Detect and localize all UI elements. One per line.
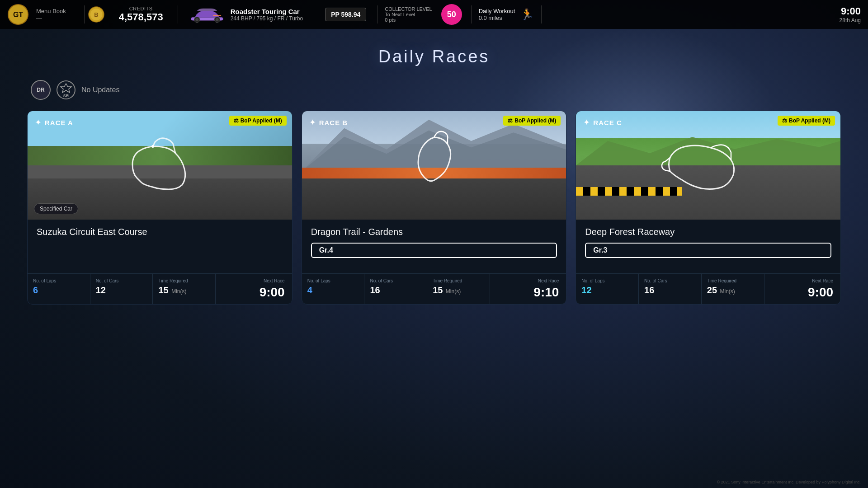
time-date: 28th Aug — [840, 17, 861, 23]
collector-pts: 0 pts — [385, 17, 432, 23]
stat-laps-a: No. of Laps 6 — [28, 274, 90, 304]
next-value-b: 9:10 — [497, 285, 559, 300]
pp-value: 598.94 — [341, 11, 360, 18]
race-image-a: ✦ RACE A ⚖ BoP Applied (M) Specified Car — [28, 111, 292, 220]
race-label-b: ✦ RACE B — [309, 117, 348, 127]
race-card-c[interactable]: ✦ RACE C ⚖ BoP Applied (M) Deep — [576, 111, 841, 305]
laps-label-a: No. of Laps — [33, 278, 85, 283]
coin-icon: B — [88, 6, 104, 23]
cars-label-c: No. of Cars — [644, 278, 696, 283]
dr-badge: DR — [31, 80, 51, 100]
time-label-b: Time Required — [433, 278, 484, 283]
time-value-b: 15 — [433, 285, 443, 295]
menu-book-label: Menu Book — [36, 8, 66, 14]
svg-point-9 — [195, 18, 198, 21]
cars-label-b: No. of Cars — [370, 278, 421, 283]
time-section: 9:00 28th Aug — [840, 5, 861, 23]
car-class-spacer-a — [37, 243, 283, 266]
race-label-text-b: RACE B — [319, 119, 348, 127]
laps-value-b: 4 — [307, 285, 359, 296]
laps-label-b: No. of Laps — [307, 278, 359, 283]
time-label-c: Time Required — [707, 278, 759, 283]
svg-point-15 — [151, 145, 154, 148]
bop-badge-b: ⚖ BoP Applied (M) — [503, 116, 561, 126]
stat-laps-b: No. of Laps 4 — [302, 274, 365, 304]
collector-section: Collector Level To Next Level 0 pts — [385, 6, 432, 23]
footer-copyright: © 2021 Sony Interactive Entertainment In… — [717, 480, 861, 484]
sr-icon: SR — [56, 80, 76, 100]
next-value-a: 9:00 — [223, 285, 284, 300]
next-label-b: Next Race — [497, 278, 559, 283]
collector-level-badge: 50 — [441, 4, 462, 25]
workout-label: Daily Workout — [479, 8, 515, 14]
pp-label: PP — [331, 11, 341, 18]
track-outline-c — [652, 135, 765, 196]
next-value-c: 9:00 — [772, 285, 833, 300]
menu-book-sub: — — [36, 14, 66, 21]
stat-time-a: Time Required 15 Min(s) — [153, 274, 216, 304]
divider-6 — [541, 5, 542, 23]
race-label-a: ✦ RACE A — [35, 117, 73, 127]
time-unit-c: Min(s) — [720, 288, 735, 295]
track-name-a: Suzuka Circuit East Course — [37, 227, 283, 237]
track-name-c: Deep Forest Raceway — [585, 227, 831, 237]
stat-next-c: Next Race 9:00 — [764, 274, 840, 304]
svg-text:GT: GT — [13, 11, 23, 19]
time-value-row-b: 15 Min(s) — [433, 285, 484, 296]
time-value: 9:00 — [841, 5, 861, 17]
divider-2 — [178, 5, 178, 23]
svg-point-11 — [215, 18, 218, 21]
car-specs: 244 BHP / 795 kg / FR / Turbo — [231, 15, 303, 22]
top-bar: GT Menu Book — B Credits 4,578,573 — [0, 0, 868, 29]
workout-section: Daily Workout 0.0 miles 🏃 — [479, 8, 534, 21]
credits-value: 4,578,573 — [119, 11, 163, 23]
time-label-a: Time Required — [158, 278, 210, 283]
sr-badge-container: SR — [56, 80, 76, 100]
race-info-b: Dragon Trail - Gardens Gr.4 — [302, 220, 566, 266]
bop-text-b: BoP Applied (M) — [514, 117, 556, 124]
race-label-text-a: RACE A — [45, 119, 73, 127]
credits-label: Credits — [129, 6, 153, 11]
track-outline-b — [393, 128, 475, 202]
races-grid: ✦ RACE A ⚖ BoP Applied (M) Specified Car — [27, 111, 841, 305]
track-name-b: Dragon Trail - Gardens — [311, 227, 557, 237]
collector-label: Collector Level — [385, 6, 432, 12]
stat-cars-c: No. of Cars 16 — [639, 274, 702, 304]
next-label-a: Next Race — [223, 278, 284, 283]
collector-level-value: 50 — [447, 10, 456, 19]
race-image-b: ✦ RACE B ⚖ BoP Applied (M) — [302, 111, 566, 220]
main-content: Daily Races DR SR No Updates — [0, 29, 868, 305]
stat-cars-b: No. of Cars 16 — [364, 274, 427, 304]
divider-4 — [377, 5, 377, 23]
stat-next-b: Next Race 9:10 — [490, 274, 566, 304]
cars-label-a: No. of Cars — [96, 278, 147, 283]
cars-value-a: 12 — [96, 285, 147, 296]
specified-car-badge-a: Specified Car — [34, 203, 78, 214]
race-stats-a: No. of Laps 6 No. of Cars 12 Time Requir… — [28, 273, 292, 304]
race-card-b[interactable]: ✦ RACE B ⚖ BoP Applied (M) Dragon Trail … — [302, 111, 567, 305]
bop-badge-a: ⚖ BoP Applied (M) — [229, 116, 287, 126]
page-title: Daily Races — [27, 47, 841, 66]
collector-next: To Next Level — [385, 12, 432, 17]
stat-time-c: Time Required 25 Min(s) — [702, 274, 764, 304]
time-unit-a: Min(s) — [171, 288, 186, 295]
bop-text-c: BoP Applied (M) — [789, 117, 830, 124]
laps-value-c: 12 — [581, 285, 633, 296]
bop-badge-c: ⚖ BoP Applied (M) — [778, 116, 835, 126]
svg-text:B: B — [94, 11, 98, 18]
cars-value-b: 16 — [370, 285, 421, 296]
stat-cars-a: No. of Cars 12 — [90, 274, 153, 304]
rating-bar: DR SR No Updates — [27, 80, 841, 100]
divider-5 — [471, 5, 472, 23]
credits-section: B Credits 4,578,573 — [88, 6, 174, 23]
time-unit-b: Min(s) — [446, 288, 461, 295]
time-value-row-c: 25 Min(s) — [707, 285, 759, 296]
race-card-a[interactable]: ✦ RACE A ⚖ BoP Applied (M) Specified Car — [27, 111, 292, 305]
divider-3 — [314, 5, 314, 23]
race-stats-b: No. of Laps 4 No. of Cars 16 Time Requir… — [302, 273, 566, 304]
stat-time-b: Time Required 15 Min(s) — [427, 274, 490, 304]
time-value-c: 25 — [707, 285, 717, 295]
car-class-c: Gr.3 — [585, 243, 831, 258]
race-cross-b: ✦ — [309, 117, 316, 127]
laps-value-a: 6 — [33, 285, 85, 296]
